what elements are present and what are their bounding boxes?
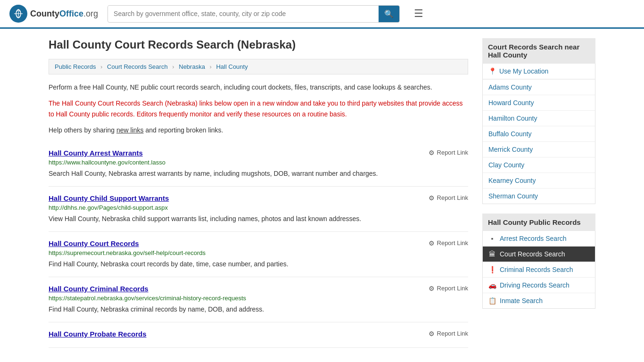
detail-highlight: The Hall County Court Records Search (Ne… bbox=[49, 99, 463, 117]
nearby-adams-county[interactable]: Adams County bbox=[483, 80, 595, 95]
nearby-kearney-county-link[interactable]: Kearney County bbox=[483, 173, 595, 188]
breadcrumb: Public Records › Court Records Search › … bbox=[49, 59, 468, 74]
pr-icon-2: ❗ bbox=[488, 266, 496, 273]
breadcrumb-nebraska[interactable]: Nebraska bbox=[179, 63, 205, 70]
search-button[interactable]: 🔍 bbox=[379, 6, 399, 22]
pr-label-4: Inmate Search bbox=[500, 297, 543, 304]
nearby-merrick-county[interactable]: Merrick County bbox=[483, 142, 595, 157]
nearby-sherman-county-link[interactable]: Sherman County bbox=[483, 189, 595, 204]
pr-icon-1: 🏛 bbox=[488, 250, 496, 258]
nearby-clay-county[interactable]: Clay County bbox=[483, 157, 595, 173]
pub-records-item-2[interactable]: ❗ Criminal Records Search bbox=[483, 262, 595, 278]
result-header-0: Hall County Arrest Warrants ⚙ Report Lin… bbox=[49, 149, 468, 159]
pub-records-item-3[interactable]: 🚗 Driving Records Search bbox=[483, 278, 595, 293]
nearby-clay-county-link[interactable]: Clay County bbox=[483, 157, 595, 173]
page-title: Hall County Court Records Search (Nebras… bbox=[49, 38, 468, 51]
pub-records-link-1[interactable]: 🏛 Court Records Search bbox=[483, 247, 595, 262]
breadcrumb-court-records-search[interactable]: Court Records Search bbox=[107, 63, 168, 70]
public-records-section: Hall County Public Records ▪ Arrest Reco… bbox=[482, 214, 595, 309]
result-desc-3: Find Hall County, Nebraska criminal reco… bbox=[49, 304, 468, 314]
report-icon-2: ⚙ bbox=[429, 239, 435, 247]
nearby-howard-county-link[interactable]: Howard County bbox=[483, 95, 595, 110]
nearby-section: Court Records Search near Hall County 📍 … bbox=[482, 38, 595, 204]
nearby-merrick-county-link[interactable]: Merrick County bbox=[483, 142, 595, 157]
breadcrumb-sep-3: › bbox=[210, 63, 212, 70]
search-input[interactable] bbox=[108, 6, 379, 21]
result-item: Hall County Child Support Warrants ⚙ Rep… bbox=[49, 187, 468, 232]
use-location-btn[interactable]: 📍 Use My Location bbox=[483, 64, 595, 79]
use-location-label: Use My Location bbox=[499, 67, 548, 75]
pub-records-link-3[interactable]: 🚗 Driving Records Search bbox=[483, 278, 595, 293]
pr-icon-0: ▪ bbox=[488, 235, 496, 242]
header: CountyOffice.org 🔍 ☰ bbox=[0, 0, 644, 29]
detail-text: The Hall County Court Records Search (Ne… bbox=[49, 98, 468, 119]
use-my-location-item[interactable]: 📍 Use My Location bbox=[483, 64, 595, 80]
menu-icon[interactable]: ☰ bbox=[414, 8, 423, 20]
report-link-3[interactable]: ⚙ Report Link bbox=[429, 285, 468, 292]
nearby-title: Court Records Search near Hall County bbox=[482, 38, 595, 64]
new-links[interactable]: new links bbox=[116, 126, 144, 134]
report-link-2[interactable]: ⚙ Report Link bbox=[429, 239, 468, 247]
result-url-0[interactable]: https://www.hallcountyne.gov/content.las… bbox=[49, 159, 468, 166]
nearby-adams-county-link[interactable]: Adams County bbox=[483, 80, 595, 95]
report-icon-1: ⚙ bbox=[429, 194, 435, 202]
result-url-1[interactable]: http://dhhs.ne.gov/Pages/child-support.a… bbox=[49, 204, 468, 211]
report-icon-0: ⚙ bbox=[429, 149, 435, 156]
result-item: Hall County Court Records ⚙ Report Link … bbox=[49, 232, 468, 277]
report-label-3: Report Link bbox=[437, 285, 468, 292]
nearby-hamilton-county[interactable]: Hamilton County bbox=[483, 111, 595, 126]
pub-records-link-2[interactable]: ❗ Criminal Records Search bbox=[483, 262, 595, 277]
result-desc-2: Find Hall County, Nebraska court records… bbox=[49, 259, 468, 269]
result-header-3: Hall County Criminal Records ⚙ Report Li… bbox=[49, 285, 468, 295]
report-link-0[interactable]: ⚙ Report Link bbox=[429, 149, 468, 156]
nearby-kearney-county[interactable]: Kearney County bbox=[483, 173, 595, 189]
result-url-3[interactable]: https://statepatrol.nebraska.gov/service… bbox=[49, 295, 468, 302]
pub-records-link-0[interactable]: ▪ Arrest Records Search bbox=[483, 231, 595, 246]
pub-records-item-0[interactable]: ▪ Arrest Records Search bbox=[483, 231, 595, 247]
report-link-4[interactable]: ⚙ Report Link bbox=[429, 330, 468, 337]
public-records-list: ▪ Arrest Records Search 🏛 Court Records … bbox=[482, 231, 595, 309]
pr-icon-4: 📋 bbox=[488, 297, 496, 304]
report-label-4: Report Link bbox=[437, 330, 468, 337]
logo-text: CountyOffice.org bbox=[30, 9, 98, 19]
report-label-1: Report Link bbox=[437, 194, 468, 201]
report-icon-4: ⚙ bbox=[429, 330, 435, 337]
result-title-1[interactable]: Hall County Child Support Warrants bbox=[49, 194, 169, 202]
location-icon: 📍 bbox=[488, 67, 496, 75]
logo-icon bbox=[9, 5, 27, 23]
result-title-2[interactable]: Hall County Court Records bbox=[49, 239, 139, 247]
breadcrumb-sep-2: › bbox=[172, 63, 174, 70]
content-area: Hall County Court Records Search (Nebras… bbox=[49, 38, 468, 348]
breadcrumb-hall-county[interactable]: Hall County bbox=[216, 63, 248, 70]
intro-text: Perform a free Hall County, NE public co… bbox=[49, 82, 468, 92]
nearby-buffalo-county-link[interactable]: Buffalo County bbox=[483, 126, 595, 141]
result-title-3[interactable]: Hall County Criminal Records bbox=[49, 285, 149, 293]
breadcrumb-public-records[interactable]: Public Records bbox=[55, 63, 96, 70]
result-desc-0: Search Hall County, Nebraska arrest warr… bbox=[49, 169, 468, 179]
report-icon-3: ⚙ bbox=[429, 285, 435, 292]
result-title-0[interactable]: Hall County Arrest Warrants bbox=[49, 149, 143, 157]
pub-records-item-4[interactable]: 📋 Inmate Search bbox=[483, 293, 595, 308]
report-label-0: Report Link bbox=[437, 149, 468, 156]
main-container: Hall County Court Records Search (Nebras… bbox=[39, 29, 605, 357]
result-item: Hall County Probate Records ⚙ Report Lin… bbox=[49, 322, 468, 348]
result-header-4: Hall County Probate Records ⚙ Report Lin… bbox=[49, 330, 468, 340]
nearby-howard-county[interactable]: Howard County bbox=[483, 95, 595, 111]
pr-label-0: Arrest Records Search bbox=[500, 235, 567, 242]
search-bar: 🔍 bbox=[107, 5, 400, 23]
result-item: Hall County Arrest Warrants ⚙ Report Lin… bbox=[49, 141, 468, 187]
pub-records-item-1[interactable]: 🏛 Court Records Search bbox=[483, 247, 595, 262]
pr-label-2: Criminal Records Search bbox=[500, 266, 573, 273]
nearby-buffalo-county[interactable]: Buffalo County bbox=[483, 126, 595, 142]
result-header-2: Hall County Court Records ⚙ Report Link bbox=[49, 239, 468, 249]
result-desc-1: View Hall County, Nebraska child support… bbox=[49, 214, 468, 224]
pr-icon-3: 🚗 bbox=[488, 281, 496, 289]
pub-records-link-4[interactable]: 📋 Inmate Search bbox=[483, 293, 595, 308]
result-title-4[interactable]: Hall County Probate Records bbox=[49, 330, 147, 338]
nearby-sherman-county[interactable]: Sherman County bbox=[483, 189, 595, 204]
report-link-1[interactable]: ⚙ Report Link bbox=[429, 194, 468, 202]
results-list: Hall County Arrest Warrants ⚙ Report Lin… bbox=[49, 141, 468, 348]
nearby-hamilton-county-link[interactable]: Hamilton County bbox=[483, 111, 595, 126]
logo[interactable]: CountyOffice.org bbox=[9, 5, 98, 23]
result-url-2[interactable]: https://supremecourt.nebraska.gov/self-h… bbox=[49, 249, 468, 256]
